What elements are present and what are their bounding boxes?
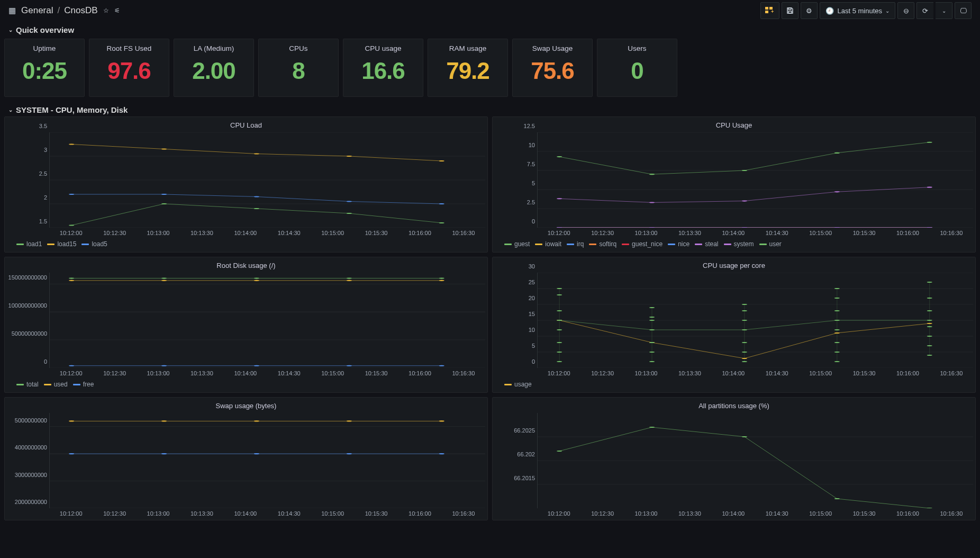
x-tick: 10:12:30 — [93, 230, 136, 236]
chart-body: 66.201566.20266.2025 — [495, 413, 973, 508]
stat-panel[interactable]: Root FS Used 97.6 — [89, 39, 169, 97]
svg-rect-5 — [788, 11, 792, 13]
legend-swatch — [44, 384, 51, 385]
legend-item[interactable]: guest_nice — [622, 240, 663, 248]
legend-item[interactable]: irq — [567, 240, 584, 248]
x-tick: 10:12:00 — [49, 370, 93, 376]
chart-panel-cpu_load[interactable]: CPU Load1.522.533.510:12:0010:12:3010:13… — [4, 116, 488, 253]
stat-title: Uptime — [33, 44, 56, 52]
row-title: SYSTEM - CPU, Memory, Disk — [16, 105, 128, 114]
legend-item[interactable]: steal — [695, 240, 718, 248]
refresh-button[interactable]: ⟳ — [917, 2, 933, 19]
chart-title: CPU Load — [7, 121, 485, 129]
refresh-interval-button[interactable]: ⌄ — [936, 2, 952, 19]
breadcrumb-folder[interactable]: General — [21, 5, 53, 16]
stat-panel[interactable]: LA (Medium) 2.00 — [174, 39, 254, 97]
stat-panel[interactable]: RAM usage 79.2 — [428, 39, 508, 97]
stat-title: CPU usage — [365, 44, 401, 52]
row-header-quick-overview[interactable]: ⌄ Quick overview — [0, 21, 980, 37]
x-tick: 10:16:30 — [930, 370, 973, 376]
stat-value: 16.6 — [361, 58, 405, 84]
plot-area[interactable] — [49, 273, 485, 368]
chart-panel-cpu_per_core[interactable]: CPU usage per core05101520253010:12:0010… — [492, 257, 976, 393]
y-tick: 25 — [529, 279, 535, 285]
share-icon[interactable]: ⚟ — [114, 7, 120, 14]
legend-label: guest — [514, 240, 530, 248]
x-tick: 10:15:30 — [355, 510, 398, 517]
x-tick: 10:14:30 — [267, 370, 311, 376]
cycle-view-button[interactable]: 🖵 — [955, 2, 972, 19]
y-tick: 2.5 — [527, 199, 535, 205]
plot-area[interactable] — [537, 132, 973, 228]
legend-item[interactable]: used — [44, 381, 68, 388]
x-tick: 10:12:30 — [580, 230, 624, 236]
legend-item[interactable]: system — [724, 240, 754, 248]
legend-item[interactable]: guest — [504, 240, 530, 248]
legend-label: load5 — [92, 240, 107, 248]
svg-point-68 — [649, 202, 655, 203]
svg-point-65 — [834, 227, 840, 228]
chart-panel-cpu_usage[interactable]: CPU Usage02.557.51012.510:12:0010:12:301… — [492, 116, 976, 253]
x-tick: 10:15:00 — [798, 510, 842, 517]
x-axis: 10:12:0010:12:3010:13:0010:13:3010:14:00… — [49, 228, 485, 236]
add-panel-button[interactable]: + — [760, 2, 779, 19]
zoom-out-button[interactable]: ⊖ — [897, 2, 914, 19]
chevron-down-icon: ⌄ — [8, 107, 13, 113]
legend-item[interactable]: load1 — [16, 240, 42, 248]
legend-swatch — [567, 244, 574, 245]
breadcrumb-title[interactable]: CnosDB — [64, 5, 97, 16]
svg-point-70 — [834, 191, 840, 192]
y-axis: 051015202530 — [495, 273, 537, 368]
stat-panel[interactable]: CPU usage 16.6 — [343, 39, 423, 97]
x-tick: 10:13:30 — [668, 230, 711, 236]
x-tick: 10:15:00 — [798, 230, 842, 236]
row-header-system[interactable]: ⌄ SYSTEM - CPU, Memory, Disk — [0, 101, 980, 116]
legend-item[interactable]: nice — [668, 240, 689, 248]
legend-item[interactable]: free — [73, 381, 94, 388]
legend-item[interactable]: load5 — [81, 240, 107, 248]
svg-point-14 — [347, 213, 352, 214]
legend-item[interactable]: total — [16, 381, 39, 388]
chart-panel-all_partitions[interactable]: All partitions usage (%)66.201566.20266.… — [492, 397, 976, 520]
star-icon[interactable]: ☆ — [103, 7, 109, 14]
stat-panel[interactable]: Uptime 0:25 — [4, 39, 85, 97]
stat-panel[interactable]: Swap Usage 75.6 — [512, 39, 593, 97]
plot-area[interactable] — [537, 273, 973, 368]
y-axis: 1.522.533.5 — [7, 132, 49, 228]
svg-point-18 — [254, 153, 259, 154]
stat-title: CPUs — [289, 44, 307, 52]
legend-item[interactable]: load15 — [47, 240, 76, 248]
legend-swatch — [504, 244, 512, 245]
legend-swatch — [16, 244, 24, 245]
legend-item[interactable]: user — [759, 240, 782, 248]
stat-panel[interactable]: CPUs 8 — [258, 39, 339, 97]
svg-point-169 — [649, 427, 655, 428]
time-range-picker[interactable]: 🕘 Last 5 minutes ⌄ — [820, 2, 895, 19]
legend-swatch — [668, 244, 675, 245]
y-tick: 0 — [44, 358, 47, 365]
breadcrumb[interactable]: General / CnosDB — [21, 5, 98, 16]
plot-area[interactable] — [49, 132, 485, 228]
legend-label: free — [83, 381, 94, 388]
plot-area[interactable] — [49, 413, 485, 508]
x-axis: 10:12:0010:12:3010:13:0010:13:3010:14:00… — [537, 508, 973, 517]
settings-button[interactable]: ⚙ — [801, 2, 818, 19]
x-tick: 10:16:30 — [930, 510, 973, 517]
svg-point-87 — [161, 280, 167, 281]
chart-title: All partitions usage (%) — [495, 402, 973, 410]
legend-label: load1 — [26, 240, 42, 248]
y-tick: 66.2025 — [514, 427, 535, 434]
legend-swatch — [535, 244, 542, 245]
svg-point-67 — [557, 198, 562, 199]
legend-item[interactable]: usage — [504, 381, 532, 388]
stat-panel[interactable]: Users 0 — [597, 39, 677, 97]
x-tick: 10:12:30 — [580, 370, 624, 376]
legend-item[interactable]: iowait — [535, 240, 561, 248]
save-button[interactable] — [782, 2, 798, 19]
chart-panel-swap_usage[interactable]: Swap usage (bytes)2000000000300000000040… — [4, 397, 488, 520]
chart-panel-root_disk[interactable]: Root Disk usage (/)050000000000100000000… — [4, 257, 488, 393]
x-tick: 10:15:00 — [798, 370, 842, 376]
plot-area[interactable] — [537, 413, 973, 508]
legend-item[interactable]: softirq — [589, 240, 616, 248]
legend: totalusedfree — [7, 376, 485, 389]
